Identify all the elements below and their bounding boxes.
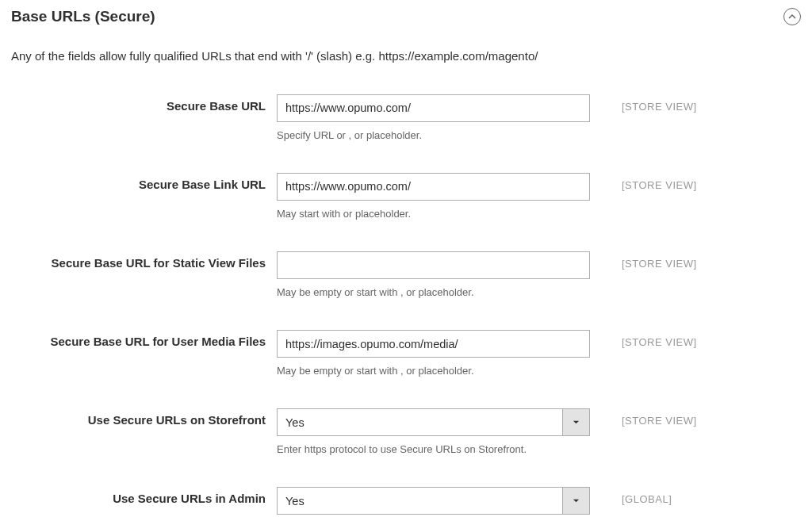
field-secure-base-url: Secure Base URL Specify URL or , or plac… [11, 94, 801, 143]
section-title: Base URLs (Secure) [11, 8, 155, 25]
section-header: Base URLs (Secure) [11, 8, 801, 25]
field-control: Specify URL or , or placeholder. [277, 94, 590, 143]
static-url-input[interactable] [277, 251, 590, 279]
field-control: May be empty or start with , or placehol… [277, 251, 590, 300]
field-scope: [STORE VIEW] [590, 251, 697, 270]
field-scope: [GLOBAL] [590, 487, 672, 505]
field-note: May be empty or start with , or placehol… [277, 285, 590, 300]
secure-base-url-input[interactable] [277, 94, 590, 122]
field-label: Secure Base URL for User Media Files [11, 330, 277, 348]
field-label: Use Secure URLs in Admin [11, 487, 277, 505]
field-note: Enter https protocol to use Secure URLs … [277, 442, 590, 457]
field-storefront-secure: Use Secure URLs on Storefront Yes Enter … [11, 408, 801, 457]
field-secure-base-link-url: Secure Base Link URL May start with or p… [11, 173, 801, 221]
field-note: Specify URL or , or placeholder. [277, 128, 590, 143]
field-scope: [STORE VIEW] [590, 408, 697, 427]
field-admin-secure: Use Secure URLs in Admin Yes Enter https… [11, 487, 801, 517]
field-scope: [STORE VIEW] [590, 330, 697, 348]
section-description: Any of the fields allow fully qualified … [11, 48, 801, 66]
field-label: Secure Base URL for Static View Files [11, 251, 277, 270]
admin-secure-select[interactable]: Yes [277, 487, 590, 515]
field-control: Yes Enter https protocol to use Secure U… [277, 487, 590, 517]
field-label: Secure Base URL [11, 94, 277, 113]
field-static-view-files: Secure Base URL for Static View Files Ma… [11, 251, 801, 300]
secure-base-link-url-input[interactable] [277, 173, 590, 201]
field-user-media-files: Secure Base URL for User Media Files May… [11, 330, 801, 378]
field-scope: [STORE VIEW] [590, 94, 697, 113]
field-scope: [STORE VIEW] [590, 173, 697, 191]
collapse-toggle-icon[interactable] [783, 8, 801, 25]
field-note: May be empty or start with , or placehol… [277, 364, 590, 378]
field-label: Secure Base Link URL [11, 173, 277, 191]
field-label: Use Secure URLs on Storefront [11, 408, 277, 427]
field-control: Yes Enter https protocol to use Secure U… [277, 408, 590, 457]
field-control: May start with or placeholder. [277, 173, 590, 221]
field-note: May start with or placeholder. [277, 207, 590, 221]
media-url-input[interactable] [277, 330, 590, 358]
field-control: May be empty or start with , or placehol… [277, 330, 590, 378]
storefront-secure-select[interactable]: Yes [277, 408, 590, 436]
